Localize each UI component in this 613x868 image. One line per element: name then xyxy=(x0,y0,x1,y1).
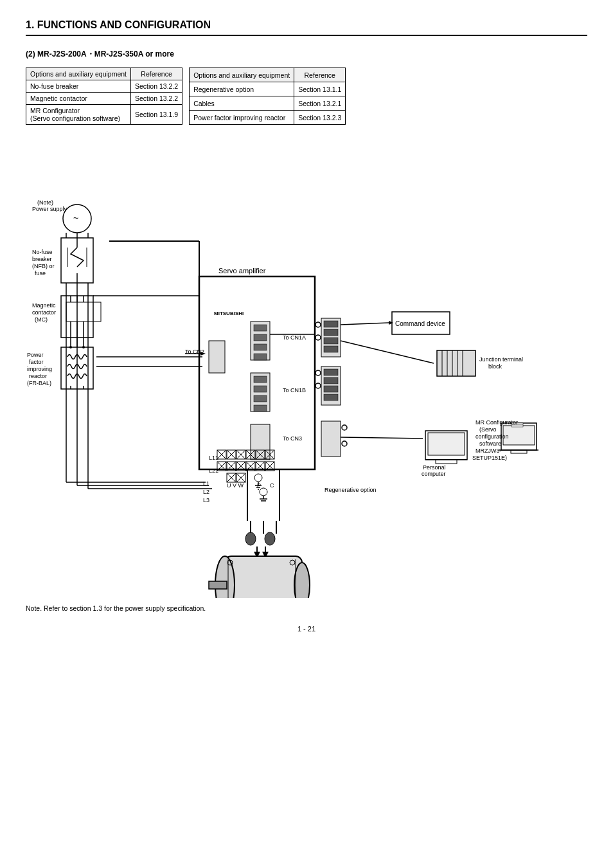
svg-text:software: software xyxy=(479,440,501,447)
svg-rect-186 xyxy=(225,556,302,598)
row-regen-name: Regenerative option xyxy=(190,82,294,96)
svg-rect-144 xyxy=(437,350,475,376)
svg-text:Magnetic: Magnetic xyxy=(32,302,56,309)
row-nofuse-name: No-fuse breaker xyxy=(26,80,131,93)
svg-text:(Note): (Note) xyxy=(37,199,53,206)
svg-rect-43 xyxy=(254,344,267,350)
svg-rect-189 xyxy=(209,581,227,589)
svg-text:To CN1B: To CN1B xyxy=(283,387,306,393)
row-magnetic-name: Magnetic contactor xyxy=(26,93,131,105)
svg-rect-138 xyxy=(324,394,338,401)
svg-text:breaker: breaker xyxy=(32,256,52,262)
svg-text:(Servo: (Servo xyxy=(479,426,497,433)
svg-point-181 xyxy=(265,532,275,545)
row-cables-name: Cables xyxy=(190,96,294,111)
svg-point-127 xyxy=(315,370,321,375)
svg-text:Servo amplifier: Servo amplifier xyxy=(218,267,266,275)
row-magnetic-ref: Section 13.2.2 xyxy=(131,93,182,105)
table-right: Options and auxiliary equipment Referenc… xyxy=(189,68,346,125)
svg-rect-130 xyxy=(324,321,338,327)
svg-rect-46 xyxy=(254,376,267,383)
svg-rect-137 xyxy=(324,386,338,392)
svg-text:MR Configurator: MR Configurator xyxy=(475,419,518,426)
svg-point-111 xyxy=(260,488,267,496)
table-left: Options and auxiliary equipment Referenc… xyxy=(26,68,182,125)
col-header-reference-left: Reference xyxy=(131,68,182,80)
svg-text:Personal: Personal xyxy=(423,464,446,471)
svg-text:configuration: configuration xyxy=(475,433,509,440)
svg-text:No-fuse: No-fuse xyxy=(32,249,53,255)
svg-text:Power: Power xyxy=(27,352,44,358)
svg-rect-41 xyxy=(254,325,267,331)
svg-text:Command device: Command device xyxy=(395,320,445,327)
svg-text:C: C xyxy=(270,482,274,489)
svg-text:L2: L2 xyxy=(203,489,209,495)
svg-line-142 xyxy=(341,323,389,325)
svg-text:To CN3: To CN3 xyxy=(283,435,302,442)
page-title: 1. FUNCTIONS AND CONFIGURATION xyxy=(26,19,587,36)
svg-rect-136 xyxy=(324,377,338,384)
svg-point-126 xyxy=(315,335,321,340)
svg-rect-48 xyxy=(254,395,267,402)
svg-rect-135 xyxy=(324,369,338,375)
row-mrconfig-name: MR Configurator (Servo configuration sof… xyxy=(26,105,131,125)
svg-text:computer: computer xyxy=(422,471,446,477)
svg-rect-52 xyxy=(209,341,225,373)
svg-line-159 xyxy=(341,437,423,439)
diagram-svg: ~ (Note) Power supply No-fuse breaker (N… xyxy=(26,135,591,598)
row-regen-ref: Section 13.1.1 xyxy=(294,82,346,96)
svg-point-161 xyxy=(342,441,347,446)
section-subtitle: (2) MR-J2S-200A・MR-J2S-350A or more xyxy=(26,49,587,60)
svg-rect-20 xyxy=(66,302,101,321)
svg-rect-131 xyxy=(324,329,338,336)
svg-text:MRZJW3-: MRZJW3- xyxy=(475,448,502,454)
svg-point-160 xyxy=(342,425,347,430)
col-header-equipment-right: Options and auxiliary equipment xyxy=(190,68,294,82)
svg-text:(NFB) or: (NFB) or xyxy=(32,263,55,269)
svg-text:SETUP151E): SETUP151E) xyxy=(472,455,507,461)
svg-rect-133 xyxy=(324,346,338,352)
svg-text:L3: L3 xyxy=(203,497,209,503)
col-header-reference-right: Reference xyxy=(294,68,346,82)
svg-text:reactor: reactor xyxy=(29,373,47,379)
svg-rect-139 xyxy=(321,421,341,457)
svg-marker-143 xyxy=(389,321,393,325)
svg-text:improving: improving xyxy=(27,366,52,372)
svg-point-180 xyxy=(245,532,256,545)
svg-text:factor: factor xyxy=(29,359,44,365)
svg-text:U  V  W: U V W xyxy=(227,482,244,489)
svg-text:Junction terminal: Junction terminal xyxy=(479,356,523,363)
page-number: 1 - 21 xyxy=(26,625,587,633)
svg-text:To CN1A: To CN1A xyxy=(283,334,306,341)
svg-rect-154 xyxy=(428,433,465,455)
col-header-equipment-left: Options and auxiliary equipment xyxy=(26,68,131,80)
svg-point-128 xyxy=(315,383,321,388)
svg-text:(FR-BAL): (FR-BAL) xyxy=(27,380,51,386)
svg-rect-42 xyxy=(254,334,267,341)
svg-rect-132 xyxy=(324,338,338,344)
svg-text:(MC): (MC) xyxy=(35,316,48,323)
svg-text:MITSUBISHI: MITSUBISHI xyxy=(214,311,244,316)
svg-point-100 xyxy=(254,474,262,482)
svg-line-152 xyxy=(341,341,434,363)
reference-tables: Options and auxiliary equipment Referenc… xyxy=(26,68,587,125)
svg-text:fuse: fuse xyxy=(35,270,46,276)
svg-text:Power supply: Power supply xyxy=(32,206,67,212)
svg-text:Regenerative option: Regenerative option xyxy=(324,487,377,493)
svg-text:contactor: contactor xyxy=(32,309,56,316)
svg-point-188 xyxy=(294,563,310,598)
svg-text:block: block xyxy=(488,363,502,370)
svg-text:~: ~ xyxy=(73,213,78,223)
row-powerfactor-ref: Section 13.2.3 xyxy=(294,111,346,125)
row-powerfactor-name: Power factor improving reactor xyxy=(190,111,294,125)
diagram: ~ (Note) Power supply No-fuse breaker (N… xyxy=(26,135,591,598)
svg-rect-156 xyxy=(436,460,457,464)
row-cables-ref: Section 13.2.1 xyxy=(294,96,346,111)
note-text: Note. Refer to section 1.3 for the power… xyxy=(26,604,587,612)
svg-rect-47 xyxy=(254,386,267,392)
svg-point-125 xyxy=(315,322,321,327)
svg-rect-49 xyxy=(254,405,267,411)
row-nofuse-ref: Section 13.2.2 xyxy=(131,80,182,93)
svg-text:P: P xyxy=(257,482,261,489)
row-mrconfig-ref: Section 13.1.9 xyxy=(131,105,182,125)
